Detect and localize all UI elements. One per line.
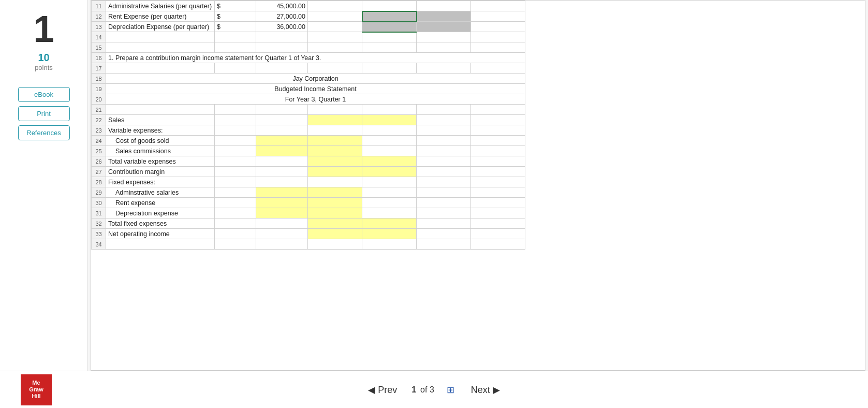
cell-col-a[interactable]: Fixed expenses:	[106, 177, 215, 187]
cell-col-c[interactable]	[256, 177, 308, 187]
cell-col-f[interactable]	[417, 115, 471, 125]
cell-col-e[interactable]	[362, 115, 417, 125]
cell-col-c[interactable]	[256, 167, 308, 177]
cell-col-e[interactable]	[362, 32, 417, 42]
cell-col-f[interactable]	[417, 11, 471, 22]
cell-col-e[interactable]	[362, 177, 417, 187]
cell-col-e[interactable]	[362, 218, 417, 229]
cell-col-b[interactable]: $	[215, 11, 256, 22]
cell-col-e[interactable]	[362, 42, 417, 53]
cell-col-f[interactable]	[417, 146, 471, 156]
cell-col-e[interactable]	[362, 11, 417, 22]
cell-col-g[interactable]	[471, 167, 525, 177]
cell-col-d[interactable]	[308, 32, 362, 42]
cell-col-c[interactable]	[256, 208, 308, 218]
cell-col-d[interactable]	[308, 177, 362, 187]
cell-col-a[interactable]: Rent expense	[106, 198, 215, 208]
cell-col-b[interactable]: $	[215, 22, 256, 32]
cell-col-c[interactable]	[256, 136, 308, 146]
spreadsheet-wrapper[interactable]: 11Administrative Salaries (per quarter)$…	[91, 1, 865, 370]
cell-col-b[interactable]	[215, 105, 256, 115]
cell-col-b[interactable]	[215, 146, 256, 156]
cell-col-g[interactable]	[471, 115, 525, 125]
cell-col-c[interactable]: 27,000.00	[256, 11, 308, 22]
cell-col-e[interactable]	[362, 167, 417, 177]
cell-col-g[interactable]	[471, 239, 525, 250]
print-button[interactable]: Print	[18, 106, 70, 121]
cell-col-e[interactable]	[362, 146, 417, 156]
cell-col-d[interactable]	[308, 229, 362, 239]
cell-col-f[interactable]	[417, 42, 471, 53]
cell-col-g[interactable]	[471, 125, 525, 136]
cell-col-c[interactable]	[256, 42, 308, 53]
cell-col-g[interactable]	[471, 218, 525, 229]
cell-col-c[interactable]	[256, 218, 308, 229]
cell-col-c[interactable]	[256, 156, 308, 167]
cell-col-f[interactable]	[417, 125, 471, 136]
cell-col-e[interactable]	[362, 136, 417, 146]
cell-col-f[interactable]	[417, 208, 471, 218]
cell-col-f[interactable]	[417, 187, 471, 198]
cell-col-e[interactable]	[362, 125, 417, 136]
cell-col-a[interactable]: Total variable expenses	[106, 156, 215, 167]
cell-col-a[interactable]: Total fixed expenses	[106, 218, 215, 229]
cell-col-g[interactable]	[471, 42, 525, 53]
cell-col-c[interactable]	[256, 125, 308, 136]
cell-col-a[interactable]: Variable expenses:	[106, 125, 215, 136]
cell-col-a[interactable]	[106, 32, 215, 42]
cell-col-d[interactable]	[308, 63, 362, 74]
cell-col-b[interactable]	[215, 239, 256, 250]
cell-col-g[interactable]	[471, 22, 525, 32]
cell-col-c[interactable]	[256, 105, 308, 115]
cell-col-a[interactable]: Depreciation Expense (per quarter)	[106, 22, 215, 32]
cell-col-b[interactable]	[215, 218, 256, 229]
cell-col-e[interactable]	[362, 198, 417, 208]
cell-col-a[interactable]: Depreciation expense	[106, 208, 215, 218]
cell-col-b[interactable]	[215, 208, 256, 218]
cell-col-a[interactable]: Adminstrative salaries	[106, 187, 215, 198]
cell-col-d[interactable]	[308, 218, 362, 229]
cell-col-b[interactable]	[215, 136, 256, 146]
cell-col-d[interactable]	[308, 42, 362, 53]
cell-col-d[interactable]	[308, 146, 362, 156]
cell-col-d[interactable]	[308, 167, 362, 177]
cell-col-d[interactable]	[308, 136, 362, 146]
cell-col-b[interactable]	[215, 156, 256, 167]
cell-col-d[interactable]	[308, 125, 362, 136]
cell-col-g[interactable]	[471, 198, 525, 208]
cell-col-a[interactable]: Administrative Salaries (per quarter)	[106, 1, 215, 11]
cell-col-d[interactable]	[308, 22, 362, 32]
cell-col-b[interactable]	[215, 115, 256, 125]
cell-col-g[interactable]	[471, 208, 525, 218]
cell-col-g[interactable]	[471, 11, 525, 22]
cell-col-d[interactable]	[308, 1, 362, 11]
cell-col-e[interactable]	[362, 156, 417, 167]
next-button[interactable]: Next ▶	[467, 382, 504, 398]
cell-col-a[interactable]: Cost of goods sold	[106, 136, 215, 146]
cell-col-f[interactable]	[417, 1, 471, 11]
cell-col-b[interactable]	[215, 177, 256, 187]
cell-col-g[interactable]	[471, 136, 525, 146]
cell-col-d[interactable]	[308, 208, 362, 218]
cell-col-c[interactable]	[256, 146, 308, 156]
cell-col-c[interactable]	[256, 115, 308, 125]
prev-button[interactable]: ◀ Prev	[364, 382, 401, 398]
cell-col-e[interactable]	[362, 208, 417, 218]
cell-col-b[interactable]	[215, 229, 256, 239]
cell-col-d[interactable]	[308, 187, 362, 198]
cell-col-f[interactable]	[417, 198, 471, 208]
cell-col-c[interactable]	[256, 187, 308, 198]
cell-col-c[interactable]	[256, 198, 308, 208]
cell-col-c[interactable]: 36,000.00	[256, 22, 308, 32]
cell-col-c[interactable]	[256, 32, 308, 42]
cell-col-f[interactable]	[417, 156, 471, 167]
cell-col-g[interactable]	[471, 156, 525, 167]
cell-col-g[interactable]	[471, 63, 525, 74]
cell-col-a[interactable]: Sales	[106, 115, 215, 125]
cell-col-b[interactable]	[215, 187, 256, 198]
cell-col-d[interactable]	[308, 115, 362, 125]
cell-col-g[interactable]	[471, 105, 525, 115]
cell-col-f[interactable]	[417, 22, 471, 32]
cell-col-f[interactable]	[417, 218, 471, 229]
cell-col-g[interactable]	[471, 229, 525, 239]
